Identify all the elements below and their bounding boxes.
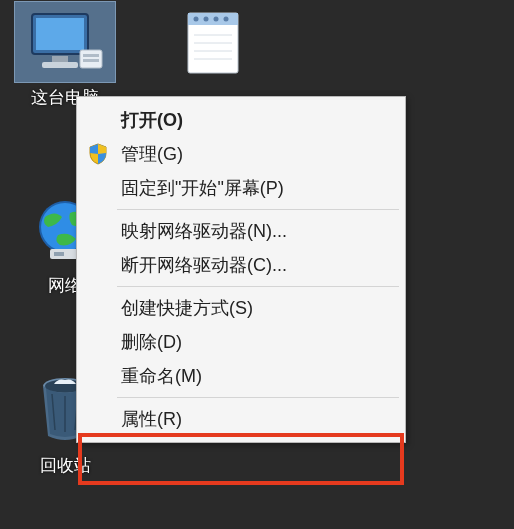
menu-item-label: 删除(D)	[121, 330, 182, 354]
svg-point-11	[214, 17, 219, 22]
svg-rect-5	[83, 54, 99, 57]
context-menu: 打开(O) 管理(G) 固定到"开始"屏幕(P) 映射网络驱动器(N)... 断…	[76, 96, 406, 443]
menu-item-label: 断开网络驱动器(C)...	[121, 253, 287, 277]
menu-item-create-shortcut[interactable]: 创建快捷方式(S)	[77, 291, 405, 325]
svg-point-10	[204, 17, 209, 22]
notepad-icon	[163, 2, 263, 82]
svg-rect-6	[83, 59, 99, 62]
svg-rect-1	[36, 18, 84, 50]
menu-item-label: 映射网络驱动器(N)...	[121, 219, 287, 243]
svg-point-12	[224, 17, 229, 22]
desktop-icon-label: 回收站	[10, 454, 120, 477]
menu-item-label: 打开(O)	[121, 108, 183, 132]
desktop-icon-textfile[interactable]	[158, 2, 268, 86]
svg-rect-20	[54, 252, 64, 256]
menu-item-label: 固定到"开始"屏幕(P)	[121, 176, 284, 200]
menu-item-delete[interactable]: 删除(D)	[77, 325, 405, 359]
desktop: 这台电脑	[0, 0, 514, 529]
shield-icon	[87, 143, 109, 165]
menu-item-properties[interactable]: 属性(R)	[77, 402, 405, 436]
menu-separator	[117, 397, 399, 398]
computer-icon	[15, 2, 115, 82]
menu-item-label: 管理(G)	[121, 142, 183, 166]
menu-item-open[interactable]: 打开(O)	[77, 103, 405, 137]
menu-item-label: 重命名(M)	[121, 364, 202, 388]
svg-rect-2	[52, 56, 68, 62]
menu-item-pin-start[interactable]: 固定到"开始"屏幕(P)	[77, 171, 405, 205]
svg-point-9	[194, 17, 199, 22]
menu-item-manage[interactable]: 管理(G)	[77, 137, 405, 171]
menu-item-label: 创建快捷方式(S)	[121, 296, 253, 320]
menu-item-rename[interactable]: 重命名(M)	[77, 359, 405, 393]
menu-item-disconnect-drive[interactable]: 断开网络驱动器(C)...	[77, 248, 405, 282]
desktop-icon-this-pc[interactable]: 这台电脑	[10, 2, 120, 109]
svg-rect-3	[42, 62, 78, 68]
menu-separator	[117, 286, 399, 287]
menu-item-label: 属性(R)	[121, 407, 182, 431]
menu-separator	[117, 209, 399, 210]
menu-item-map-drive[interactable]: 映射网络驱动器(N)...	[77, 214, 405, 248]
